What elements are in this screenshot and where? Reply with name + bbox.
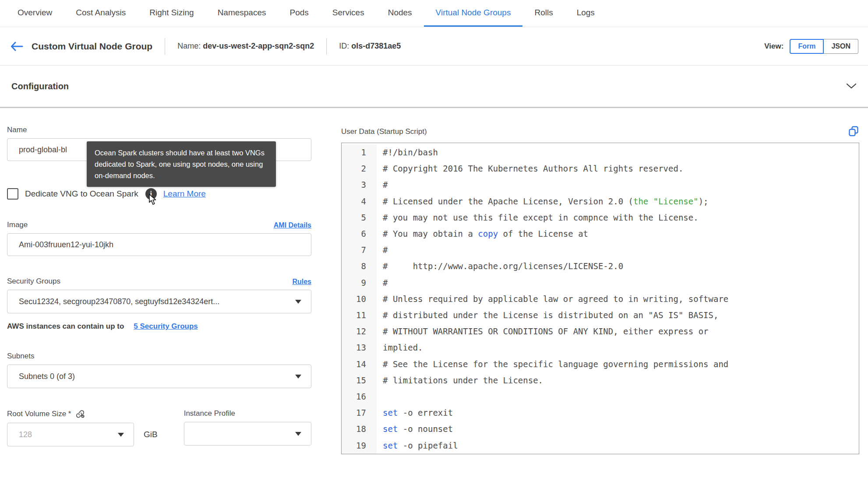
code-row: 1#!/bin/bash [342, 144, 859, 161]
line-number: 15 [342, 372, 377, 389]
dedicate-vng-checkbox[interactable] [7, 188, 18, 200]
code-line[interactable] [377, 389, 388, 405]
ami-details-link[interactable]: AMI Details [274, 221, 311, 229]
caret-down-icon [295, 432, 301, 436]
tab-services[interactable]: Services [321, 0, 376, 27]
five-security-groups-link[interactable]: 5 Security Groups [134, 322, 198, 331]
code-row: 4# Licensed under the Apache License, Ve… [342, 193, 859, 210]
code-row: 17set -o errexit [342, 405, 859, 421]
code-line[interactable]: # WITHOUT WARRANTIES OR CONDITIONS OF AN… [377, 323, 709, 340]
tab-virtual-node-groups[interactable]: Virtual Node Groups [424, 0, 523, 27]
caret-down-icon [295, 300, 301, 304]
line-number: 8 [342, 258, 377, 274]
line-number: 9 [342, 275, 377, 291]
root-volume-label: Root Volume Size * [7, 410, 71, 418]
name-label: Name [7, 126, 311, 134]
mouse-cursor-icon [148, 194, 158, 205]
security-groups-dropdown[interactable]: Secu12324, secgroup23470870, segtuyfsd12… [7, 290, 311, 313]
security-groups-label: Security Groups [7, 277, 60, 286]
vng-id: ID: ols-d7381ae5 [339, 42, 401, 51]
vng-name-label: Name: [177, 42, 201, 50]
back-arrow-icon [10, 41, 24, 52]
instance-profile-dropdown[interactable] [184, 422, 311, 445]
code-row: 15# limitations under the License. [342, 372, 859, 389]
tab-overview[interactable]: Overview [6, 0, 64, 27]
code-row: 19set -o pipefail [342, 438, 859, 454]
line-number: 4 [342, 193, 377, 210]
code-line[interactable]: # Copyright 2016 The Kubernetes Authors … [377, 161, 683, 177]
line-number: 11 [342, 307, 377, 323]
bottom-fields-row: Root Volume Size * 128 GiB [7, 409, 311, 446]
section-title: Configuration [11, 81, 69, 91]
learn-more-link[interactable]: Learn More [163, 189, 206, 199]
tab-bar: OverviewCost AnalysisRight SizingNamespa… [0, 0, 868, 27]
tab-rolls[interactable]: Rolls [522, 0, 565, 27]
code-line[interactable]: set -o pipefail [377, 438, 458, 454]
tab-cost-analysis[interactable]: Cost Analysis [64, 0, 138, 27]
dedicate-vng-row: Dedicate VNG to Ocean Spark i Learn More [7, 188, 311, 200]
tab-logs[interactable]: Logs [565, 0, 607, 27]
line-number: 5 [342, 210, 377, 226]
view-json-button[interactable]: JSON [824, 39, 858, 54]
code-row: 10# Unless required by applicable law or… [342, 291, 859, 307]
code-line[interactable]: # http://www.apache.org/licenses/LICENSE… [377, 258, 623, 274]
code-row: 12# WITHOUT WARRANTIES OR CONDITIONS OF … [342, 323, 859, 340]
image-input[interactable] [7, 233, 311, 256]
security-groups-value: Secu12324, secgroup23470870, segtuyfsd12… [19, 297, 219, 306]
caret-down-icon [118, 433, 124, 437]
code-line[interactable]: # [377, 177, 388, 193]
divider [326, 38, 327, 55]
root-volume-dropdown[interactable]: 128 [7, 423, 134, 446]
vng-name: Name: dev-us-west-2-app-sqn2-sqn2 [177, 42, 314, 51]
tab-nodes[interactable]: Nodes [376, 0, 424, 27]
subnets-label: Subnets [7, 352, 311, 361]
code-line[interactable]: # distributed under the License is distr… [377, 307, 718, 323]
rules-link[interactable]: Rules [292, 278, 311, 286]
copy-button[interactable] [848, 126, 859, 137]
code-row: 14# See the License for the specific lan… [342, 356, 859, 372]
code-line[interactable]: # you may not use this file except in co… [377, 210, 699, 226]
code-row: 18set -o nounset [342, 421, 859, 437]
line-number: 18 [342, 421, 377, 437]
main-content: Name Ocean Spark clusters should have at… [0, 108, 868, 454]
chevron-down-icon[interactable] [846, 83, 857, 89]
tab-pods[interactable]: Pods [278, 0, 321, 27]
code-line[interactable]: # You may obtain a copy of the License a… [377, 226, 588, 242]
code-line[interactable]: set -o errexit [377, 405, 453, 421]
copy-icon [848, 126, 859, 137]
caret-down-icon [295, 375, 301, 379]
security-groups-field: Security Groups Rules Secu12324, secgrou… [7, 277, 311, 331]
code-line[interactable]: #!/bin/bash [377, 144, 438, 161]
code-line[interactable]: # See the License for the specific langu… [377, 356, 728, 372]
vng-name-value: dev-us-west-2-app-sqn2-sqn2 [203, 42, 314, 50]
link-icon [75, 409, 85, 419]
info-wrap: i [145, 188, 157, 200]
code-line[interactable]: set -o nounset [377, 421, 453, 437]
tab-right-sizing[interactable]: Right Sizing [138, 0, 205, 27]
divider [165, 38, 165, 55]
image-label: Image [7, 221, 28, 229]
configuration-section-header[interactable]: Configuration [0, 66, 868, 108]
code-line[interactable]: # Licensed under the Apache License, Ver… [377, 193, 709, 210]
line-number: 16 [342, 389, 377, 405]
user-data-label: User Data (Startup Script) [341, 127, 427, 136]
code-line[interactable]: # [377, 242, 388, 258]
line-number: 2 [342, 161, 377, 177]
code-line[interactable]: # limitations under the License. [377, 372, 543, 389]
root-volume-field: Root Volume Size * 128 GiB [7, 409, 158, 446]
view-form-button[interactable]: Form [790, 39, 824, 54]
code-line[interactable]: # [377, 275, 388, 291]
subnets-dropdown[interactable]: Subnets 0 (of 3) [7, 365, 311, 388]
tab-namespaces[interactable]: Namespaces [206, 0, 278, 27]
subnets-value: Subnets 0 (of 3) [19, 372, 75, 381]
code-row: 9# [342, 275, 859, 291]
security-groups-hint: AWS instances can contain up to 5 Securi… [7, 322, 311, 331]
page-header: Custom Virtual Node Group Name: dev-us-w… [0, 27, 868, 66]
back-button[interactable] [10, 41, 24, 52]
line-number: 19 [342, 438, 377, 454]
code-editor[interactable]: 1#!/bin/bash2# Copyright 2016 The Kubern… [341, 143, 859, 454]
code-line[interactable]: implied. [377, 340, 423, 356]
line-number: 13 [342, 340, 377, 356]
code-line[interactable]: # Unless required by applicable law or a… [377, 291, 728, 307]
code-row: 3# [342, 177, 859, 193]
